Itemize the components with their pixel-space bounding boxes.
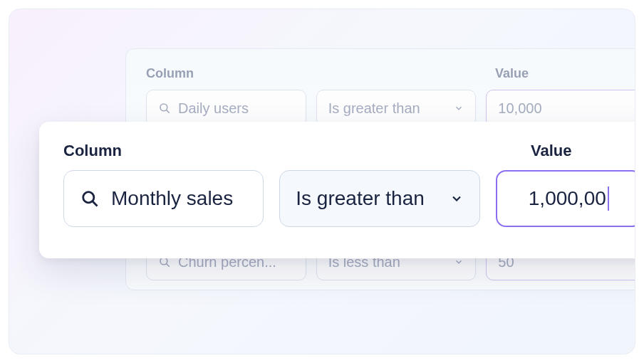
filter-row: Monthly sales Is greater than 1,000,00 — [63, 170, 635, 227]
column-field-value: Monthly sales — [111, 187, 233, 210]
chevron-down-icon — [450, 191, 464, 206]
foreground-filter-card: Column Value Monthly sales Is greater th… — [39, 122, 635, 258]
svg-line-5 — [93, 201, 97, 206]
page-frame: Column Value Daily users Is greater than… — [9, 9, 635, 354]
column-header-label: Column — [146, 66, 321, 81]
chevron-down-icon — [454, 103, 464, 113]
svg-point-0 — [160, 104, 167, 111]
svg-point-2 — [160, 258, 167, 265]
operator-select-value: Is greater than — [328, 100, 420, 117]
svg-line-1 — [167, 110, 170, 113]
operator-select[interactable]: Is greater than — [279, 170, 479, 227]
search-icon — [158, 102, 171, 115]
operator-select-value: Is greater than — [296, 187, 425, 210]
value-header-label: Value — [495, 66, 529, 81]
chevron-down-icon — [454, 257, 464, 267]
value-field-value: 10,000 — [498, 100, 541, 117]
svg-point-4 — [83, 192, 94, 203]
value-field-value: 1,000,00 — [529, 187, 606, 210]
column-field[interactable]: Monthly sales — [63, 170, 264, 227]
column-field-value: Daily users — [178, 100, 249, 117]
value-header-label: Value — [531, 142, 571, 160]
svg-line-3 — [167, 264, 170, 267]
search-icon — [80, 189, 100, 209]
value-field[interactable]: 1,000,00 — [496, 170, 635, 227]
text-cursor — [608, 186, 609, 211]
column-header-label: Column — [63, 142, 297, 160]
